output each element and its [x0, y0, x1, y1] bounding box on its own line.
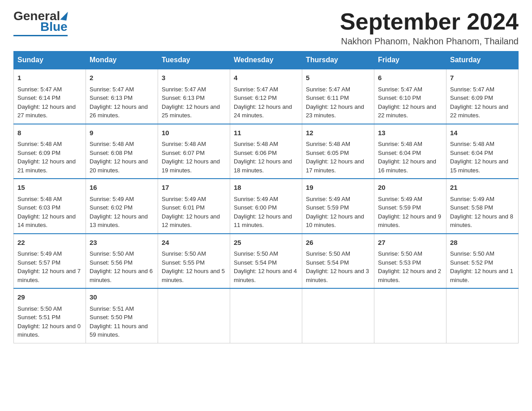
- calendar-cell: 6Sunrise: 5:47 AMSunset: 6:10 PMDaylight…: [374, 69, 446, 124]
- sunset-time: Sunset: 6:13 PM: [90, 94, 154, 103]
- calendar-week-5: 29Sunrise: 5:50 AMSunset: 5:51 PMDayligh…: [14, 288, 519, 343]
- sunset-time: Sunset: 6:01 PM: [162, 203, 226, 212]
- day-number: 15: [17, 183, 82, 193]
- sunrise-time: Sunrise: 5:48 AM: [162, 140, 226, 149]
- daylight-duration: Daylight: 12 hours and 20 minutes.: [90, 157, 154, 175]
- day-number: 20: [378, 183, 442, 193]
- calendar-cell: 17Sunrise: 5:49 AMSunset: 6:01 PMDayligh…: [158, 179, 230, 234]
- calendar-header-thursday: Thursday: [302, 51, 374, 69]
- sunset-time: Sunset: 5:54 PM: [306, 258, 370, 267]
- calendar-cell: 7Sunrise: 5:47 AMSunset: 6:09 PMDaylight…: [446, 69, 519, 124]
- calendar-cell: 9Sunrise: 5:48 AMSunset: 6:08 PMDaylight…: [86, 124, 158, 179]
- calendar-header-tuesday: Tuesday: [158, 51, 230, 69]
- sunrise-time: Sunrise: 5:50 AM: [450, 249, 515, 258]
- day-number: 5: [306, 73, 370, 83]
- calendar-week-3: 15Sunrise: 5:48 AMSunset: 6:03 PMDayligh…: [14, 179, 519, 234]
- day-number: 16: [90, 183, 154, 193]
- logo-underline: [13, 35, 68, 36]
- day-number: 13: [378, 128, 442, 138]
- day-number: 2: [90, 73, 154, 83]
- calendar-cell: 19Sunrise: 5:49 AMSunset: 5:59 PMDayligh…: [302, 179, 374, 234]
- calendar-cell: 14Sunrise: 5:48 AMSunset: 6:04 PMDayligh…: [446, 124, 519, 179]
- logo: General Blue: [13, 9, 68, 36]
- day-number: 30: [90, 292, 154, 303]
- logo-blue: Blue: [40, 20, 68, 34]
- calendar-cell: 28Sunrise: 5:50 AMSunset: 5:52 PMDayligh…: [446, 234, 519, 289]
- day-number: 9: [90, 128, 154, 138]
- sunrise-time: Sunrise: 5:47 AM: [306, 85, 370, 94]
- daylight-duration: Daylight: 12 hours and 26 minutes.: [90, 103, 154, 120]
- calendar-cell: 21Sunrise: 5:49 AMSunset: 5:58 PMDayligh…: [446, 179, 519, 234]
- day-number: 24: [162, 238, 226, 248]
- sunset-time: Sunset: 6:10 PM: [378, 94, 442, 103]
- sunrise-time: Sunrise: 5:49 AM: [378, 195, 442, 204]
- sunset-time: Sunset: 5:57 PM: [17, 258, 82, 267]
- daylight-duration: Daylight: 12 hours and 10 minutes.: [306, 212, 370, 230]
- sunset-time: Sunset: 6:08 PM: [90, 149, 154, 158]
- sunset-time: Sunset: 5:55 PM: [162, 258, 226, 267]
- sunrise-time: Sunrise: 5:48 AM: [17, 195, 82, 204]
- sunrise-time: Sunrise: 5:49 AM: [90, 195, 154, 204]
- daylight-duration: Daylight: 12 hours and 8 minutes.: [450, 212, 515, 230]
- page-header: General Blue September 2024 Nakhon Phano…: [13, 9, 519, 47]
- sunrise-time: Sunrise: 5:47 AM: [162, 85, 226, 94]
- calendar-cell: 22Sunrise: 5:49 AMSunset: 5:57 PMDayligh…: [14, 234, 86, 289]
- calendar-table: SundayMondayTuesdayWednesdayThursdayFrid…: [13, 51, 519, 343]
- sunset-time: Sunset: 5:50 PM: [90, 313, 154, 322]
- sunrise-time: Sunrise: 5:48 AM: [17, 140, 82, 149]
- calendar-cell: 2Sunrise: 5:47 AMSunset: 6:13 PMDaylight…: [86, 69, 158, 124]
- calendar-cell: 26Sunrise: 5:50 AMSunset: 5:54 PMDayligh…: [302, 234, 374, 289]
- sunrise-time: Sunrise: 5:51 AM: [90, 304, 154, 313]
- calendar-header-wednesday: Wednesday: [230, 51, 302, 69]
- daylight-duration: Daylight: 12 hours and 21 minutes.: [17, 157, 82, 175]
- daylight-duration: Daylight: 12 hours and 25 minutes.: [162, 103, 226, 120]
- sunset-time: Sunset: 5:53 PM: [378, 258, 442, 267]
- sunrise-time: Sunrise: 5:47 AM: [450, 85, 515, 94]
- day-number: 27: [378, 238, 442, 248]
- calendar-cell: 25Sunrise: 5:50 AMSunset: 5:54 PMDayligh…: [230, 234, 302, 289]
- logo-triangle-icon: [60, 11, 68, 21]
- sunset-time: Sunset: 5:58 PM: [450, 203, 515, 212]
- day-number: 28: [450, 238, 515, 248]
- location-subtitle: Nakhon Phanom, Nakhon Phanom, Thailand: [340, 36, 519, 47]
- calendar-cell: [158, 288, 230, 343]
- calendar-cell: [302, 288, 374, 343]
- daylight-duration: Daylight: 12 hours and 15 minutes.: [450, 157, 515, 175]
- day-number: 17: [162, 183, 226, 193]
- calendar-cell: 10Sunrise: 5:48 AMSunset: 6:07 PMDayligh…: [158, 124, 230, 179]
- calendar-cell: 5Sunrise: 5:47 AMSunset: 6:11 PMDaylight…: [302, 69, 374, 124]
- sunrise-time: Sunrise: 5:48 AM: [450, 140, 515, 149]
- calendar-cell: 20Sunrise: 5:49 AMSunset: 5:59 PMDayligh…: [374, 179, 446, 234]
- daylight-duration: Daylight: 12 hours and 4 minutes.: [234, 267, 298, 284]
- sunrise-time: Sunrise: 5:50 AM: [306, 249, 370, 258]
- sunset-time: Sunset: 6:05 PM: [306, 149, 370, 158]
- calendar-week-4: 22Sunrise: 5:49 AMSunset: 5:57 PMDayligh…: [14, 234, 519, 289]
- daylight-duration: Daylight: 12 hours and 18 minutes.: [234, 157, 298, 175]
- day-number: 8: [17, 128, 82, 138]
- daylight-duration: Daylight: 12 hours and 13 minutes.: [90, 212, 154, 230]
- day-number: 1: [17, 73, 82, 83]
- daylight-duration: Daylight: 12 hours and 7 minutes.: [17, 267, 82, 284]
- daylight-duration: Daylight: 12 hours and 9 minutes.: [378, 212, 442, 230]
- sunset-time: Sunset: 5:56 PM: [90, 258, 154, 267]
- sunset-time: Sunset: 6:03 PM: [17, 203, 82, 212]
- sunset-time: Sunset: 6:12 PM: [234, 94, 298, 103]
- calendar-cell: 27Sunrise: 5:50 AMSunset: 5:53 PMDayligh…: [374, 234, 446, 289]
- calendar-cell: 8Sunrise: 5:48 AMSunset: 6:09 PMDaylight…: [14, 124, 86, 179]
- calendar-header-sunday: Sunday: [14, 51, 86, 69]
- sunrise-time: Sunrise: 5:50 AM: [234, 249, 298, 258]
- day-number: 21: [450, 183, 515, 193]
- daylight-duration: Daylight: 12 hours and 5 minutes.: [162, 267, 226, 284]
- calendar-cell: 12Sunrise: 5:48 AMSunset: 6:05 PMDayligh…: [302, 124, 374, 179]
- sunrise-time: Sunrise: 5:48 AM: [378, 140, 442, 149]
- daylight-duration: Daylight: 12 hours and 11 minutes.: [234, 212, 298, 230]
- sunset-time: Sunset: 6:04 PM: [378, 149, 442, 158]
- calendar-week-1: 1Sunrise: 5:47 AMSunset: 6:14 PMDaylight…: [14, 69, 519, 124]
- sunrise-time: Sunrise: 5:49 AM: [234, 195, 298, 204]
- calendar-header-saturday: Saturday: [446, 51, 519, 69]
- daylight-duration: Daylight: 12 hours and 22 minutes.: [378, 103, 442, 120]
- calendar-cell: 29Sunrise: 5:50 AMSunset: 5:51 PMDayligh…: [14, 288, 86, 343]
- sunrise-time: Sunrise: 5:49 AM: [17, 249, 82, 258]
- sunset-time: Sunset: 6:00 PM: [234, 203, 298, 212]
- calendar-cell: 15Sunrise: 5:48 AMSunset: 6:03 PMDayligh…: [14, 179, 86, 234]
